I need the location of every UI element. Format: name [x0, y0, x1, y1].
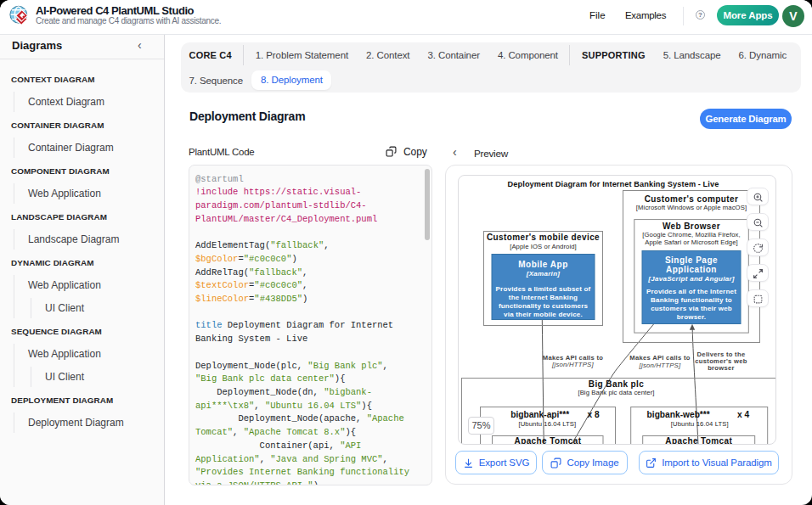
svg-text:[Xamarin]: [Xamarin]	[526, 270, 561, 278]
svg-text:[json/HTTPS]: [json/HTTPS]	[551, 361, 594, 368]
svg-text:bigbank-api***: bigbank-api***	[510, 410, 569, 419]
svg-text:Provides all of the Internet: Provides all of the Internet	[646, 288, 736, 295]
svg-text:x 4: x 4	[737, 410, 749, 419]
svg-text:Apache Tomcat: Apache Tomcat	[665, 436, 732, 445]
svg-text:Mobile App: Mobile App	[518, 260, 568, 269]
svg-text:Banking functionality to: Banking functionality to	[651, 296, 732, 304]
svg-text:customers via their web: customers via their web	[651, 305, 732, 312]
svg-text:[Microsoft Windows or Apple ma: [Microsoft Windows or Apple macOS]	[636, 204, 747, 211]
svg-text:[Ubuntu 16.04 LTS]: [Ubuntu 16.04 LTS]	[671, 420, 729, 428]
svg-text:[Apple IOS or Android]: [Apple IOS or Android]	[510, 243, 577, 250]
svg-text:Apple Safari or Microsoft Edge: Apple Safari or Microsoft Edge]	[645, 238, 738, 246]
svg-text:functionality to customers: functionality to customers	[499, 302, 589, 310]
svg-text:Deployment Diagram for Interne: Deployment Diagram for Internet Banking …	[508, 180, 719, 188]
svg-text:x 8: x 8	[588, 410, 600, 419]
svg-text:Single Page: Single Page	[665, 255, 718, 265]
svg-text:[json/HTTPS]: [json/HTTPS]	[639, 362, 681, 369]
svg-text:[Ubuntu 16.04 LTS]: [Ubuntu 16.04 LTS]	[518, 420, 576, 428]
svg-text:the Internet Banking: the Internet Banking	[509, 294, 578, 301]
svg-text:browser: browser	[708, 364, 735, 372]
svg-text:browser.: browser.	[677, 313, 707, 321]
svg-text:Web Browser: Web Browser	[663, 222, 720, 231]
svg-text:[JavaScript and Angular]: [JavaScript and Angular]	[647, 275, 735, 283]
svg-text:Apache Tomcat: Apache Tomcat	[515, 436, 582, 445]
svg-text:via their mobile device.: via their mobile device.	[504, 311, 583, 318]
svg-text:Provides a limited subset of: Provides a limited subset of	[496, 285, 591, 293]
svg-text:Application: Application	[666, 265, 717, 274]
svg-text:bigbank-web***: bigbank-web***	[647, 410, 710, 419]
svg-text:Customer's computer: Customer's computer	[645, 194, 739, 204]
svg-text:Big Bank plc: Big Bank plc	[589, 379, 644, 389]
svg-text:[Big Bank plc data center]: [Big Bank plc data center]	[578, 389, 654, 396]
svg-text:Customer's mobile device: Customer's mobile device	[487, 233, 600, 242]
